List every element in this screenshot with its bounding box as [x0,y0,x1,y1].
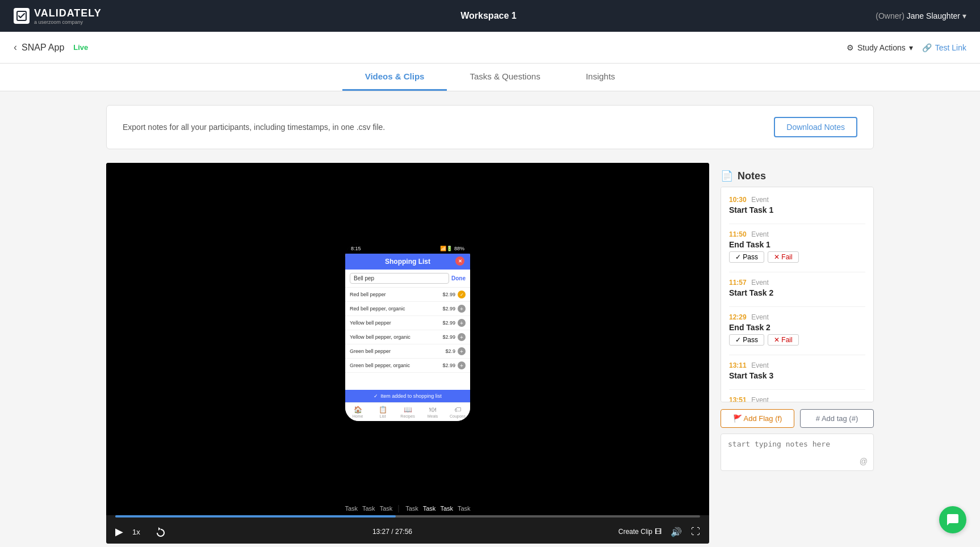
progress-bar-container [106,515,709,520]
nav-user: (Owner) Jane Slaughter ▾ [876,11,966,20]
flag-tag-row: 🚩 Add Flag (f) # Add tag (#) [721,409,874,428]
film-icon: 🎞 [655,528,661,536]
note-timestamp-6: 13:51 [729,396,747,402]
add-tag-button[interactable]: # Add tag (#) [800,409,874,428]
notes-input-area: @ [721,434,874,471]
export-text: Export notes for all your participants, … [123,123,385,132]
tabs-bar: Videos & Clips Tasks & Questions Insight… [0,64,980,91]
phone-list-item-0: Red bell pepper $2.99✓ [345,288,470,302]
progress-fill [115,515,396,517]
phone-list-item-2: Yellow bell pepper $2.99+ [345,316,470,330]
task-label-3: Task [380,505,393,512]
tab-insights[interactable]: Insights [563,64,638,91]
time-display: 13:27 / 27:56 [175,528,609,536]
fail-task-2-button[interactable]: ✕ Fail [768,334,799,346]
back-arrow-icon[interactable]: ‹ [14,41,17,53]
note-title-2: End Task 1 [729,240,865,249]
logo-sub: a userzoom company [34,19,102,25]
header-actions: ⚙ Study Actions ▾ 🔗 Test Link [847,43,966,52]
phone-toast: ✓ Item added to shopping list [345,390,470,402]
phone-list-item-3: Yellow bell pepper, organic $2.99+ Show … [345,330,470,344]
video-notes-row: 8:15 📶🔋 88% Shopping List ✕ Bell pep Don… [106,163,874,544]
note-event-1: Event [751,196,769,204]
notes-icon: 📄 [721,170,733,182]
tab-videos-clips[interactable]: Videos & Clips [342,64,447,91]
note-timestamp-3: 11:57 [729,279,747,287]
pass-task-2-button[interactable]: ✓ Pass [729,334,764,346]
plus-icon: + [458,319,466,327]
phone-list-item-5: Green bell pepper, organic $2.99+ [345,359,470,373]
user-name: Jane Slaughter [907,11,960,20]
tab-tasks-questions[interactable]: Tasks & Questions [447,64,563,91]
phone-list-item-4: Green bell pepper $2.9+ [345,344,470,359]
phone-nav-home: 🏠Home [345,403,370,421]
workspace-title: Workspace 1 [460,11,516,21]
plus-icon: + [458,347,466,355]
user-chevron[interactable]: ▾ [962,11,966,20]
note-item-start-task-2: 11:57 Event Start Task 2 [729,277,865,297]
test-link-button[interactable]: 🔗 Test Link [922,43,966,52]
notes-title: Notes [738,170,766,182]
play-button[interactable]: ▶ [115,525,123,538]
link-icon: 🔗 [922,43,932,52]
fullscreen-button[interactable]: ⛶ [691,527,700,537]
chat-support-button[interactable] [939,506,966,533]
phone-search-field: Bell pep [350,273,449,284]
logo-icon [14,8,30,24]
phone-time: 8:15 [351,246,361,251]
note-timestamp-4: 12:29 [729,313,747,321]
note-event-4: Event [751,313,769,321]
main-content: Export notes for all your participants, … [93,91,887,547]
note-item-end-task-3: 13:51 Event End Task 3 ✓ Pass ✕ Fail [729,394,865,402]
notes-textarea[interactable] [728,440,866,462]
phone-list-item-1: Red bell pepper, organic $2.99+ [345,302,470,316]
note-timestamp-2: 11:50 [729,230,747,238]
note-title-3: Start Task 2 [729,288,865,297]
app-title: SNAP App [22,43,64,53]
note-item-end-task-2: 12:29 Event End Task 2 ✓ Pass ✕ Fail [729,312,865,346]
note-timestamp-1: 10:30 [729,196,747,204]
note-event-3: Event [751,279,769,287]
download-notes-button[interactable]: Download Notes [774,117,857,137]
export-banner: Export notes for all your participants, … [106,105,874,149]
gear-icon: ⚙ [847,43,854,52]
secondary-header: ‹ SNAP App Live ⚙ Study Actions ▾ 🔗 Test… [0,32,980,64]
note-event-2: Event [751,230,769,238]
phone-nav-meals: 🍽Meals [420,403,445,421]
speed-label[interactable]: 1x [132,528,146,536]
video-screen: 8:15 📶🔋 88% Shopping List ✕ Bell pep Don… [106,163,709,502]
plus-icon: + [458,361,466,369]
notes-header: 📄 Notes [721,163,874,187]
note-timestamp-5: 13:11 [729,361,747,369]
back-nav[interactable]: ‹ SNAP App Live [14,41,88,53]
task-label-5: Task [405,505,418,512]
phone-status-bar: 8:15 📶🔋 88% [345,243,470,254]
phone-app-content: Shopping List ✕ Bell pep Done Red bell p… [345,254,470,421]
logo-text: VALIDATELY [34,7,102,19]
add-flag-button[interactable]: 🚩 Add Flag (f) [721,409,794,428]
progress-track[interactable] [115,515,700,517]
study-actions-button[interactable]: ⚙ Study Actions ▾ [847,43,913,52]
note-event-5: Event [751,361,769,369]
create-clip-button[interactable]: Create Clip 🎞 [618,528,661,536]
note-item-end-task-1: 11:50 Event End Task 1 ✓ Pass ✕ Fail [729,229,865,263]
note-event-6: Event [751,396,769,402]
top-nav: VALIDATELY a userzoom company Workspace … [0,0,980,32]
fail-task-1-button[interactable]: ✕ Fail [768,251,799,263]
notes-panel: 📄 Notes 10:30 Event Start Task 1 11:50 [721,163,874,471]
pass-task-1-button[interactable]: ✓ Pass [729,251,764,263]
phone-app-header: Shopping List ✕ [345,254,470,270]
at-symbol: @ [860,457,868,466]
note-title-1: Start Task 1 [729,205,865,214]
note-item-start-task-3: 13:11 Event Start Task 3 [729,360,865,380]
phone-nav-list: 📋List [370,403,395,421]
rewind-button[interactable] [155,526,166,537]
task-timeline: Task Task Task │ Task Task Task Task [106,502,709,515]
task-label-7: Task [440,505,453,512]
video-container: 8:15 📶🔋 88% Shopping List ✕ Bell pep Don… [106,163,709,544]
plus-icon: + [458,305,466,313]
note-item-start-task-1: 10:30 Event Start Task 1 [729,194,865,214]
volume-button[interactable]: 🔊 [671,527,682,537]
plus-icon: + [458,333,466,341]
note-title-5: Start Task 3 [729,371,865,380]
